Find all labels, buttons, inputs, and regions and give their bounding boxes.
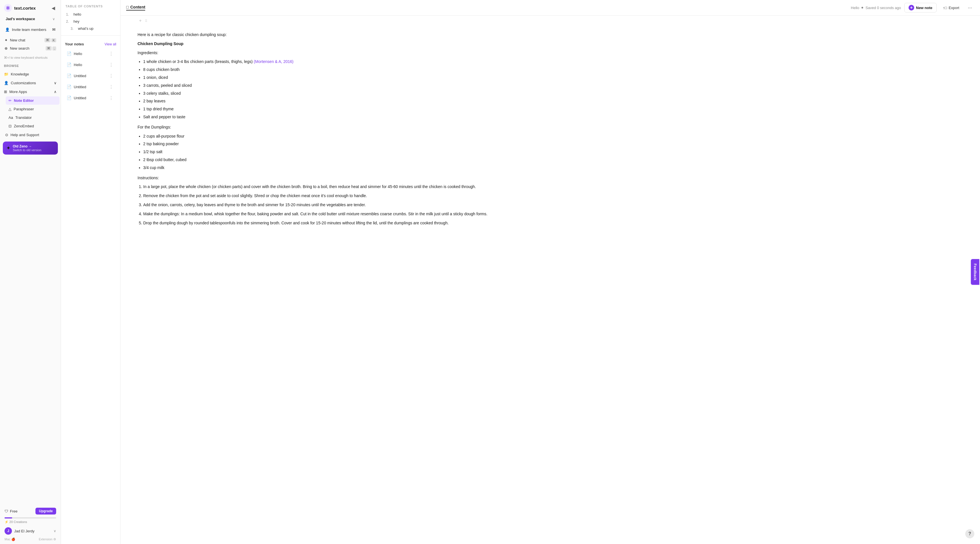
creations-count: ⚡ 20 Creations [3, 520, 58, 526]
sidebar-item-customizations[interactable]: 👤 Customizations ∨ [1, 79, 60, 87]
instruction-1: In a large pot, place the whole chicken … [143, 183, 963, 190]
note-item-untitled-2[interactable]: 📄 Untitled ⋮ [63, 81, 119, 92]
ingredient-8: Salt and pepper to taste [143, 114, 963, 121]
old-zeno-banner[interactable]: ✦ Old Zeno → Switch to old version [3, 142, 58, 154]
sidebar-item-translator[interactable]: Aa Translator [6, 113, 60, 122]
help-circle-button[interactable]: ? [965, 529, 974, 538]
note-menu-button-5[interactable]: ⋮ [108, 94, 115, 101]
ingredient-7: 1 tsp dried thyme [143, 106, 963, 113]
export-button[interactable]: ↑□ Export [940, 4, 962, 12]
sidebar-item-more-apps[interactable]: ⊞ More Apps ∧ [1, 87, 60, 96]
note-menu-button-4[interactable]: ⋮ [108, 83, 115, 90]
browse-label: Browse [4, 64, 57, 67]
note-menu-button-2[interactable]: ⋮ [108, 61, 115, 68]
toc-item-hello[interactable]: 1. hello [64, 11, 118, 18]
note-menu-button-3[interactable]: ⋮ [108, 72, 115, 79]
drag-handle-icon[interactable]: ⠿ [145, 19, 148, 22]
editor-content[interactable]: Here is a recipe for classic chicken dum… [121, 26, 980, 544]
more-options-button[interactable]: ··· [966, 4, 974, 12]
add-block-button[interactable]: + [138, 18, 143, 24]
user-row[interactable]: J Jad El Jerdy ∨ [3, 526, 58, 536]
invite-team-members-row[interactable]: 👤 Invite team members ✉ [1, 25, 60, 34]
content-tab-icon: □ [126, 5, 129, 10]
note-label-untitled-1: Untitled [74, 74, 86, 78]
workspace-selector[interactable]: Jad's workspace ∨ [3, 15, 58, 23]
dumplings-list: 2 cups all-purpose flour 2 tsp baking po… [143, 133, 963, 171]
new-search-label: New search [10, 46, 30, 51]
new-search-button[interactable]: ⊕ New search ⌘ . [2, 44, 59, 52]
dumpling-3: 1/2 tsp salt [143, 149, 963, 156]
shortcuts-hint: ⌘+/ to view keyboard shortcuts [0, 55, 61, 62]
sidebar-item-note-editor[interactable]: ✏ Note Editor [6, 96, 60, 105]
main-editor: □ Content Hello Saved 0 seconds ago + Ne… [121, 0, 980, 544]
note-label-hello-2: Hello [74, 63, 82, 67]
save-status: Saved 0 seconds ago [865, 6, 901, 10]
note-label-untitled-2: Untitled [74, 85, 86, 89]
dumpling-2: 2 tsp baking powder [143, 141, 963, 148]
note-label-hello-1: Hello [74, 52, 82, 56]
customizations-icon: 👤 [4, 81, 8, 85]
sidebar-header: text.cortex ◀ [0, 0, 61, 15]
note-item-hello-2[interactable]: 📄 Hello ⋮ [63, 59, 119, 70]
more-apps-icon: ⊞ [4, 90, 7, 94]
old-zeno-icon: ✦ [6, 145, 11, 151]
editor-toolbar: □ Content Hello Saved 0 seconds ago + Ne… [121, 0, 980, 16]
feedback-tab[interactable]: Feedback [970, 259, 979, 285]
note-icon-5: 📄 [67, 95, 72, 100]
note-item-hello-1[interactable]: 📄 Hello ⋮ [63, 48, 119, 59]
export-icon: ↑□ [943, 6, 947, 10]
new-note-label: New note [916, 6, 932, 10]
note-icon-1: 📄 [67, 51, 72, 56]
collapse-sidebar-button[interactable]: ◀ [50, 5, 57, 11]
dumpling-1: 2 cups all-purpose flour [143, 133, 963, 140]
citation-link[interactable]: (Mortensen & A, 2016) [254, 59, 293, 64]
instructions-header: Instructions: [138, 175, 963, 181]
help-label: Help and Support [11, 133, 39, 137]
toc-num-3: 3. [71, 27, 76, 31]
note-menu-button-1[interactable]: ⋮ [108, 50, 115, 57]
middle-panel: TABLE OF CONTENTS 1. hello 2. hey 3. wha… [61, 0, 121, 544]
invite-left: 👤 Invite team members [5, 27, 46, 32]
customizations-chevron-icon: ∨ [54, 81, 57, 85]
note-editor-label: Note Editor [14, 99, 34, 103]
ingredient-3: 1 onion, diced [143, 74, 963, 81]
new-note-button[interactable]: + New note [904, 3, 937, 13]
toc-header: TABLE OF CONTENTS [61, 0, 120, 11]
new-chat-label: New chat [10, 38, 25, 42]
dumpling-4: 2 tbsp cold butter, cubed [143, 157, 963, 163]
sidebar-item-zenoembed[interactable]: ⊡ ZenoEmbed [6, 122, 60, 130]
sidebar: text.cortex ◀ Jad's workspace ∨ 👤 Invite… [0, 0, 61, 544]
intro-text: Here is a recipe for classic chicken dum… [138, 32, 963, 38]
content-tab[interactable]: □ Content [126, 5, 145, 11]
sidebar-item-knowledge[interactable]: 📁 Knowledge [1, 70, 60, 78]
note-item-untitled-3[interactable]: 📄 Untitled ⋮ [63, 92, 119, 103]
note-item-untitled-1[interactable]: 📄 Untitled ⋮ [63, 70, 119, 81]
sidebar-footer: 🛡 Free Upgrade ⚡ 20 Creations J Jad El J… [0, 504, 61, 544]
workspace-name: Jad's workspace [6, 17, 35, 21]
search-icon: ⊕ [5, 46, 8, 51]
platform-row: Mac 🍎 Extension ⚙ [3, 536, 58, 541]
more-apps-submenu: ✏ Note Editor △ Paraphraser Aa Translato… [0, 96, 61, 130]
toc-item-hey[interactable]: 2. hey [64, 18, 118, 25]
toc-item-whatsup[interactable]: 3. what's up [64, 25, 118, 32]
sidebar-item-paraphraser[interactable]: △ Paraphraser [6, 105, 60, 113]
help-and-support-item[interactable]: ⊙ Help and Support [1, 131, 60, 139]
kbd-cmd: ⌘ [45, 38, 51, 42]
ingredient-2: 8 cups chicken broth [143, 66, 963, 73]
translator-icon: Aa [8, 115, 13, 120]
status-dot [861, 7, 863, 8]
new-chat-button[interactable]: ✦ New chat ⌘ K [2, 36, 59, 44]
view-all-button[interactable]: View all [105, 42, 116, 46]
note-icon-2: 📄 [67, 62, 72, 67]
ingredients-header: Ingredients: [138, 49, 963, 56]
knowledge-label: Knowledge [11, 72, 29, 76]
more-apps-label: More Apps [10, 90, 27, 94]
plan-row: 🛡 Free Upgrade [3, 507, 58, 517]
upgrade-button[interactable]: Upgrade [35, 508, 56, 514]
invite-label: Invite team members [12, 27, 46, 32]
instruction-3: Add the onion, carrots, celery, bay leav… [143, 202, 963, 208]
recipe-title: Chicken Dumpling Soup [138, 41, 183, 46]
old-zeno-title: Old Zeno → [13, 144, 41, 148]
recipe-text: Here is a recipe for classic chicken dum… [138, 32, 963, 226]
avatar: J [5, 527, 12, 534]
